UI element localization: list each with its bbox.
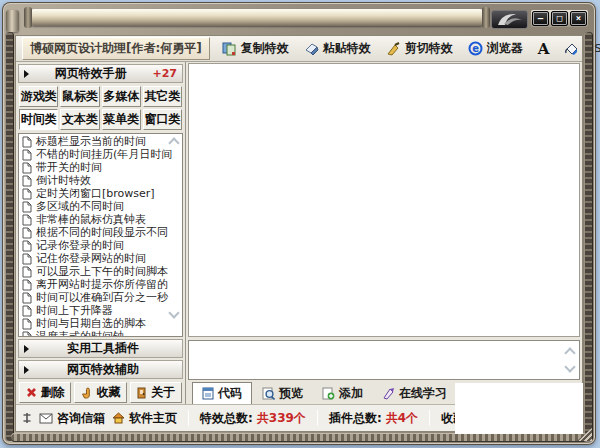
effects-manual-header[interactable]: 网页特效手册 +27 bbox=[18, 64, 183, 83]
effect-list-item[interactable]: 标题栏显示当前的时间 bbox=[22, 135, 182, 148]
code-panel[interactable] bbox=[188, 340, 580, 380]
effect-list-item[interactable]: 温度表式的时间钟 bbox=[22, 330, 182, 337]
delete-label: 删除 bbox=[41, 384, 65, 401]
effect-list-item[interactable]: 时间与日期自选的脚本 bbox=[22, 317, 182, 330]
tools-plugin-header[interactable]: 实用工具插件 bbox=[18, 339, 183, 358]
effect-list-item[interactable]: 不错的时间挂历(年月日时间 bbox=[22, 148, 182, 161]
statusbar-separator bbox=[317, 410, 318, 426]
client-area: 博硕网页设计助理[作者:何勇平] 复制特效 粘贴特效 bbox=[15, 35, 583, 432]
browser-button[interactable]: e 浏览器 bbox=[465, 38, 526, 59]
effect-label: 定时关闭窗口[browser] bbox=[36, 187, 155, 200]
home-icon bbox=[112, 412, 125, 424]
homepage-link[interactable]: 软件主页 bbox=[112, 410, 177, 427]
tab-online-learning[interactable]: 在线学习 bbox=[373, 382, 456, 404]
effect-list-item[interactable]: 倒计时特效 bbox=[22, 174, 182, 187]
paint-bucket-icon bbox=[564, 42, 580, 56]
effects-count: 特效总数: 共339个 bbox=[200, 410, 306, 427]
effect-list-item[interactable]: 带开关的时间 bbox=[22, 161, 182, 174]
category-button[interactable]: 其它类 bbox=[143, 86, 182, 107]
cut-effect-button[interactable]: 剪切特效 bbox=[383, 38, 456, 59]
paste-effect-button[interactable]: 粘贴特效 bbox=[301, 38, 374, 59]
category-grid: 游戏类 鼠标类 多媒体 其它类 时间类 文本类 菜单类 窗口类 bbox=[18, 85, 183, 131]
favorite-label: 收藏 bbox=[96, 384, 120, 401]
new-count-badge: +27 bbox=[152, 67, 177, 80]
effect-list-item[interactable]: 定时关闭窗口[browser] bbox=[22, 187, 182, 200]
category-label: 文本类 bbox=[62, 111, 98, 128]
effect-label: 带开关的时间 bbox=[36, 161, 102, 174]
category-button[interactable]: 文本类 bbox=[60, 109, 99, 130]
effect-label: 温度表式的时间钟 bbox=[36, 330, 124, 337]
category-label: 多媒体 bbox=[103, 88, 139, 105]
maximize-button[interactable]: □ bbox=[551, 11, 568, 26]
category-button[interactable]: 时间类 bbox=[19, 109, 58, 130]
effect-list-item[interactable]: 离开网站时提示你所停留的 bbox=[22, 278, 182, 291]
font-button[interactable]: A bbox=[535, 38, 553, 60]
effects-assist-header[interactable]: 网页特效辅助 bbox=[18, 360, 183, 379]
scroll-up-icon[interactable] bbox=[564, 347, 575, 358]
size-label: Size: bbox=[594, 42, 600, 55]
add-doc-icon bbox=[322, 387, 335, 400]
copy-icon bbox=[222, 42, 237, 56]
preview-panel[interactable] bbox=[188, 63, 580, 337]
copy-effect-button[interactable]: 复制特效 bbox=[219, 38, 292, 59]
close-button[interactable]: × bbox=[570, 11, 587, 26]
overlapping-white-panel bbox=[455, 383, 583, 434]
category-button[interactable]: 窗口类 bbox=[143, 109, 182, 130]
drag-grip-icon[interactable] bbox=[22, 412, 32, 424]
category-button[interactable]: 鼠标类 bbox=[60, 86, 99, 107]
app-title-label: 博硕网页设计助理[作者:何勇平] bbox=[22, 37, 210, 60]
mailbox-link[interactable]: 咨询信箱 bbox=[39, 410, 105, 427]
category-button[interactable]: 多媒体 bbox=[102, 86, 141, 107]
effect-label: 标题栏显示当前的时间 bbox=[36, 135, 146, 148]
document-icon bbox=[22, 188, 32, 200]
color-fill-button[interactable] bbox=[561, 40, 583, 58]
category-label: 菜单类 bbox=[103, 111, 139, 128]
swirl-logo-icon bbox=[492, 11, 527, 28]
effect-list-item[interactable]: 时间上下升降器 bbox=[22, 304, 182, 317]
cut-icon bbox=[386, 42, 401, 56]
document-icon bbox=[22, 331, 32, 338]
effect-label: 记录你登录的时间 bbox=[36, 239, 124, 252]
effects-count-label: 特效总数: bbox=[200, 410, 253, 427]
tab-code[interactable]: 代码 bbox=[192, 382, 252, 404]
effect-list-item[interactable]: 记录你登录的时间 bbox=[22, 239, 182, 252]
category-label: 窗口类 bbox=[144, 111, 180, 128]
category-button[interactable]: 菜单类 bbox=[102, 109, 141, 130]
effect-list-item[interactable]: 记住你登录网站的时间 bbox=[22, 252, 182, 265]
delete-button[interactable]: 删除 bbox=[19, 382, 71, 403]
font-icon: A bbox=[538, 40, 550, 58]
effect-label: 倒计时特效 bbox=[36, 174, 91, 187]
effect-list-item[interactable]: 多区域的不同时间 bbox=[22, 200, 182, 213]
minimize-button[interactable]: – bbox=[532, 11, 549, 26]
cut-effect-label: 剪切特效 bbox=[405, 40, 453, 57]
category-label: 其它类 bbox=[144, 88, 180, 105]
effect-list-item[interactable]: 时间可以准确到百分之一秒 bbox=[22, 291, 182, 304]
svg-text:e: e bbox=[472, 43, 479, 54]
document-icon bbox=[22, 175, 32, 187]
left-frame-decoration bbox=[5, 32, 14, 441]
titlebar[interactable]: – □ × bbox=[2, 2, 596, 35]
online-learning-icon bbox=[382, 387, 395, 400]
tab-preview-label: 预览 bbox=[279, 385, 303, 402]
scroll-down-icon[interactable] bbox=[564, 361, 575, 372]
effect-label: 可以显示上下午的时间脚本 bbox=[36, 265, 168, 278]
effect-label: 时间上下升降器 bbox=[36, 304, 113, 317]
tab-add[interactable]: 添加 bbox=[313, 382, 372, 404]
favorite-button[interactable]: 收藏 bbox=[74, 382, 126, 403]
delete-x-icon bbox=[26, 387, 37, 398]
tab-code-label: 代码 bbox=[218, 385, 242, 402]
effect-list-item[interactable]: 可以显示上下午的时间脚本 bbox=[22, 265, 182, 278]
effect-list-item[interactable]: 非常棒的鼠标仿真钟表 bbox=[22, 213, 182, 226]
document-icon bbox=[22, 201, 32, 213]
effect-list-item[interactable]: 根据不同的时间段显示不同 bbox=[22, 226, 182, 239]
document-icon bbox=[22, 149, 32, 161]
category-button[interactable]: 游戏类 bbox=[19, 86, 58, 107]
right-frame-decoration bbox=[584, 32, 593, 441]
copy-effect-label: 复制特效 bbox=[241, 40, 289, 57]
about-button[interactable]: 关于 bbox=[130, 382, 182, 403]
document-icon bbox=[22, 214, 32, 226]
tab-preview[interactable]: 预览 bbox=[253, 382, 312, 404]
paste-icon bbox=[304, 42, 319, 56]
effects-manual-label: 网页特效手册 bbox=[29, 65, 152, 82]
document-icon bbox=[22, 227, 32, 239]
